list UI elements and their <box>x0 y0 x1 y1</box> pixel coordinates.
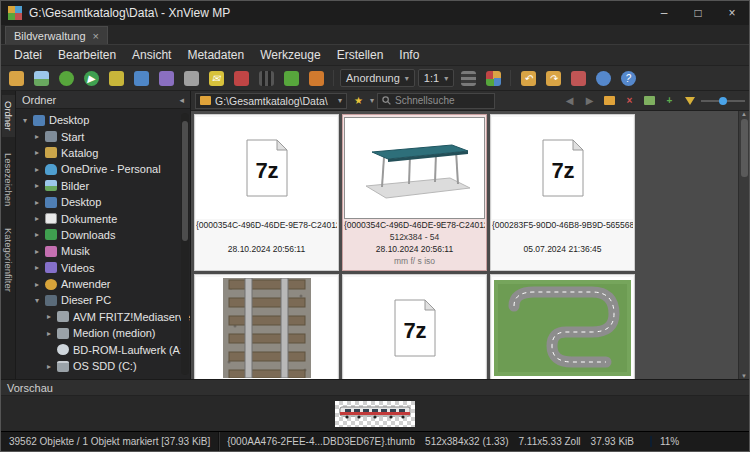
chevron-down-icon[interactable]: ▾ <box>338 96 342 105</box>
expander-icon[interactable]: ▸ <box>45 329 53 338</box>
filter-add-button[interactable]: + <box>661 92 678 109</box>
tree-item-bilder[interactable]: ▸ Bilder <box>16 178 190 194</box>
tree-item-anwender[interactable]: ▸ Anwender <box>16 276 190 292</box>
email-button[interactable]: ✉ <box>205 67 227 89</box>
scroll-down-icon[interactable]: ▼ <box>741 373 747 379</box>
tree-item-desktop[interactable]: ▾ Desktop <box>16 112 190 128</box>
expander-icon[interactable]: ▸ <box>33 132 41 141</box>
tools-button[interactable] <box>305 67 327 89</box>
menu-werkzeuge[interactable]: Werkzeuge <box>253 46 327 64</box>
thumbnail-browser: 7z {0000354C-496D-46DE-9E78-C240126D4...… <box>191 111 749 379</box>
tree-item-desktop2[interactable]: ▸ Desktop <box>16 194 190 210</box>
delete-button[interactable]: × <box>621 92 638 109</box>
menu-ansicht[interactable]: Ansicht <box>125 46 178 64</box>
forward-button[interactable]: ▶ <box>581 92 598 109</box>
tree-item-medion[interactable]: ▸ Medion (medion) <box>16 325 190 341</box>
tree-item-bdrom[interactable]: BD-ROM-Laufwerk (A:) <box>16 341 190 357</box>
menu-info[interactable]: Info <box>392 46 426 64</box>
view-mode-button[interactable] <box>457 67 479 89</box>
expander-icon[interactable]: ▾ <box>33 296 41 305</box>
file-cell-selected[interactable]: {0000354C-496D-46DE-9E78-C240126D4... 51… <box>342 114 487 271</box>
expander-icon[interactable]: ▸ <box>33 230 41 239</box>
file-cell[interactable] <box>194 274 339 379</box>
convert-button[interactable] <box>105 67 127 89</box>
menu-erstellen[interactable]: Erstellen <box>330 46 391 64</box>
help-button[interactable]: ? <box>617 67 639 89</box>
new-folder-button[interactable] <box>641 92 658 109</box>
tab-bildverwaltung[interactable]: Bildverwaltung × <box>5 26 108 44</box>
arrange-combo[interactable]: Anordnung ▾ <box>340 69 415 87</box>
scale-combo[interactable]: 1:1 ▾ <box>418 69 454 87</box>
expander-icon[interactable]: ▸ <box>33 181 41 190</box>
tree-item-downloads[interactable]: ▸ Downloads <box>16 227 190 243</box>
back-button[interactable]: ◀ <box>561 92 578 109</box>
file-cell[interactable]: 7z {0000354C-496D-46DE-9E78-C240126D4...… <box>194 114 339 271</box>
expander-icon[interactable]: ▸ <box>33 165 41 174</box>
preview-header: Vorschau <box>1 380 749 396</box>
move-button[interactable] <box>155 67 177 89</box>
tree-item-dieser-pc[interactable]: ▾ Dieser PC <box>16 292 190 308</box>
thumbnail-grid-button[interactable] <box>482 67 504 89</box>
grid-scrollbar-thumb[interactable] <box>741 119 748 177</box>
maximize-button[interactable]: □ <box>681 1 715 25</box>
expander-icon[interactable]: ▸ <box>33 214 41 223</box>
panel-tab-ordner[interactable]: Ordner <box>2 95 15 137</box>
tag-button[interactable] <box>567 67 589 89</box>
rotate-left-button[interactable]: ↶ <box>517 67 539 89</box>
tree-item-os-ssd[interactable]: ▸ OS SDD (C:) <box>16 358 190 374</box>
favorites-button[interactable]: ★ <box>350 92 367 109</box>
file-cell[interactable] <box>490 274 635 379</box>
grid-scrollbar[interactable]: ▲ ▼ <box>738 111 749 379</box>
expander-icon[interactable]: ▸ <box>33 280 41 289</box>
expander-icon[interactable]: ▸ <box>33 148 41 157</box>
tab-close-icon[interactable]: × <box>93 30 99 42</box>
tree-item-dokumente[interactable]: ▸ Dokumente <box>16 210 190 226</box>
capture-button[interactable] <box>280 67 302 89</box>
tree-scrollbar[interactable] <box>181 113 189 375</box>
expander-icon[interactable]: ▾ <box>21 116 29 125</box>
tree-item-videos[interactable]: ▸ Videos <box>16 260 190 276</box>
thumbnail-size-slider[interactable] <box>701 94 745 108</box>
path-combo[interactable]: G:\Gesamtkatalog\Data\ ▾ <box>195 93 347 109</box>
filmstrip-button[interactable] <box>255 67 277 89</box>
search-box[interactable] <box>377 93 495 109</box>
viewer-button[interactable] <box>30 67 52 89</box>
minimize-button[interactable]: – <box>647 1 681 25</box>
file-cell[interactable]: 7z <box>342 274 487 379</box>
collapse-panel-icon[interactable]: ◂ <box>179 95 184 105</box>
slider-thumb-icon[interactable] <box>719 97 727 105</box>
expander-icon[interactable]: ▸ <box>33 263 41 272</box>
expander-icon[interactable]: ▸ <box>45 362 53 371</box>
tree-label: BD-ROM-Laufwerk (A:) <box>73 344 187 356</box>
chevron-down-icon[interactable]: ▾ <box>370 96 374 105</box>
screen-button[interactable] <box>230 67 252 89</box>
close-button[interactable]: × <box>715 1 749 25</box>
slideshow-button[interactable]: ▶ <box>80 67 102 89</box>
tree-item-avm-mediaserver[interactable]: ▸ AVM FRITZ!Mediaserver <box>16 309 190 325</box>
settings-button[interactable] <box>592 67 614 89</box>
print-button[interactable] <box>180 67 202 89</box>
panel-tab-kategorienfilter[interactable]: Kategorienfilter <box>2 222 15 298</box>
panel-tab-lesezeichen[interactable]: Lesezeichen <box>2 147 15 212</box>
scroll-up-icon[interactable]: ▲ <box>741 111 747 117</box>
open-folder-button[interactable] <box>5 67 27 89</box>
xnview-window: G:\Gesamtkatalog\Data\ - XnView MP – □ ×… <box>0 0 750 452</box>
expander-icon[interactable]: ▸ <box>33 247 41 256</box>
tree-item-katalog[interactable]: ▸ Katalog <box>16 145 190 161</box>
filter-button[interactable] <box>681 92 698 109</box>
tree-scrollbar-thumb[interactable] <box>182 121 188 241</box>
parent-folder-button[interactable] <box>601 92 618 109</box>
expander-icon[interactable]: ▸ <box>45 312 53 321</box>
file-cell[interactable]: 7z {000283F5-90D0-46B8-9B9D-5655681D1...… <box>490 114 635 271</box>
expander-icon[interactable]: ▸ <box>33 198 41 207</box>
fullscreen-button[interactable] <box>55 67 77 89</box>
menu-bearbeiten[interactable]: Bearbeiten <box>51 46 123 64</box>
copy-button[interactable] <box>130 67 152 89</box>
tree-item-musik[interactable]: ▸ Musik <box>16 243 190 259</box>
rotate-right-button[interactable]: ↷ <box>542 67 564 89</box>
search-input[interactable] <box>395 95 490 106</box>
menu-metadaten[interactable]: Metadaten <box>180 46 251 64</box>
tree-item-start[interactable]: ▸ Start <box>16 128 190 144</box>
tree-item-onedrive[interactable]: ▸ OneDrive - Personal <box>16 161 190 177</box>
menu-datei[interactable]: Datei <box>7 46 49 64</box>
